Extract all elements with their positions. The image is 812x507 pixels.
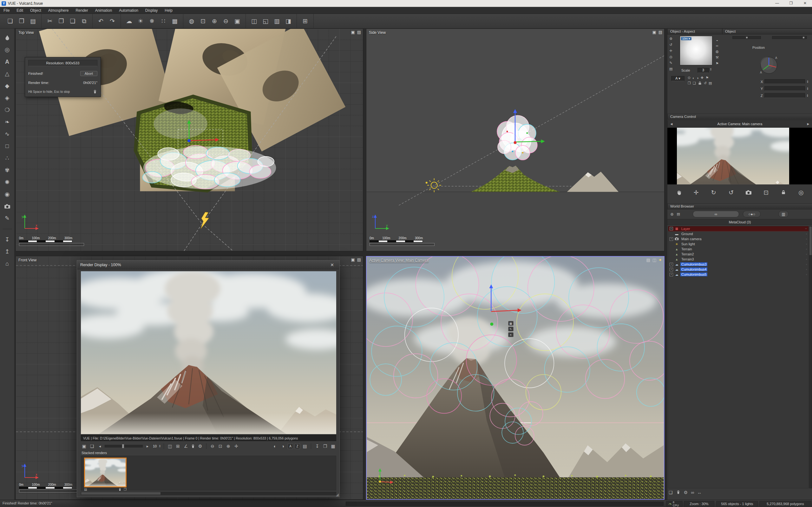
copy-icon[interactable]: ❐	[56, 16, 66, 26]
tonemap-icon[interactable]: ◐	[272, 443, 278, 449]
position-z-field[interactable]	[764, 93, 805, 98]
menu-object[interactable]: Object	[27, 7, 45, 14]
link-icon[interactable]: ∞	[716, 44, 718, 48]
save-render-icon[interactable]: ↧	[314, 443, 320, 449]
zoom-out-icon[interactable]: ⊖	[209, 443, 216, 449]
paste-icon[interactable]: ❑	[67, 16, 78, 26]
position-z-stepper[interactable]: ▲▼	[807, 94, 809, 97]
position-x-field[interactable]	[764, 79, 805, 84]
position-y-stepper[interactable]: ▲▼	[807, 87, 809, 90]
compare-slider[interactable]	[105, 445, 143, 447]
display-options-icon[interactable]: ▤	[647, 258, 650, 262]
display-mode-icon[interactable]: ▣	[81, 443, 87, 449]
row-lock-icon[interactable]: ▫	[806, 258, 807, 261]
material-editor-icon[interactable]: ∷	[158, 16, 168, 26]
cube-icon[interactable]: □	[2, 140, 13, 152]
row-lock-icon[interactable]: ▫	[806, 268, 807, 271]
view-options-icon[interactable]: ▤	[357, 30, 361, 35]
menu-help[interactable]: Help	[161, 7, 176, 14]
terrain-icon[interactable]: ◈	[2, 92, 13, 104]
maximize-view-icon[interactable]: ▣	[351, 257, 355, 262]
scrollbar-thumb[interactable]	[809, 227, 812, 255]
tree-item-ground[interactable]: ▬ Ground ▫	[668, 231, 809, 236]
cast-shadows-icon[interactable]: ◐	[693, 76, 695, 80]
menu-animation[interactable]: Animation	[92, 7, 115, 14]
zoom-in-icon[interactable]: ⊕	[209, 16, 219, 26]
row-lock-icon[interactable]: ▫	[806, 248, 807, 250]
options-icon[interactable]: ▤	[669, 67, 672, 71]
copy-render-icon[interactable]: ❐	[322, 443, 328, 449]
row-lock-icon[interactable]: ▫	[806, 273, 807, 276]
workspace-layout-icon[interactable]: ⊞	[300, 16, 310, 26]
pan-icon[interactable]: ✛	[233, 443, 240, 449]
links-tab[interactable]: ∞	[693, 211, 739, 217]
autofocus-icon[interactable]: ◎	[794, 187, 808, 198]
scrollbar-thumb[interactable]	[81, 492, 160, 495]
rotate-icon[interactable]: ↺	[670, 43, 672, 47]
snapshot-icon[interactable]	[742, 187, 755, 198]
animation-flag-icon[interactable]: ⚑	[705, 76, 709, 80]
menu-edit[interactable]: Edit	[13, 7, 27, 14]
shade-icon[interactable]: ◒	[716, 38, 718, 42]
tree-item-sun-light[interactable]: ☀ Sun light ▫	[668, 241, 809, 246]
library-tab-icon[interactable]: ▤	[677, 212, 680, 216]
print-render-icon[interactable]: ▦	[330, 443, 336, 449]
menu-file[interactable]: File	[0, 7, 13, 14]
prev-render-icon[interactable]: ◄	[97, 443, 103, 449]
render-settings-icon[interactable]: ⚙	[197, 443, 203, 449]
maximize-view-icon[interactable]: ▣	[351, 30, 355, 35]
dots-tab[interactable]: ○●○	[743, 211, 761, 217]
thumbnail-save-icon[interactable]: ▤	[84, 488, 87, 492]
thumbnail-delete-icon[interactable]	[118, 488, 122, 492]
copy-aspect-icon[interactable]: ❐	[688, 81, 691, 85]
render-icon[interactable]: ◫	[249, 16, 259, 26]
tree-item-terrain[interactable]: ▲ Terrain ▫	[668, 246, 809, 251]
next-camera-icon[interactable]: ►	[804, 122, 812, 126]
scale-stepper[interactable]: ▲▼	[710, 68, 712, 71]
new-scene-icon[interactable]: ❏	[5, 16, 15, 26]
maximize-button[interactable]: ❐	[784, 0, 798, 7]
frame-all-icon[interactable]: ⊡	[198, 16, 208, 26]
reflections-icon[interactable]: ❖	[701, 76, 704, 80]
rock-icon[interactable]: ◆	[2, 80, 13, 92]
columns-tab[interactable]: ▥	[778, 211, 789, 217]
fit-view-icon[interactable]: ▣	[232, 16, 242, 26]
move-icon[interactable]: ✛	[670, 49, 672, 53]
duplicate-icon[interactable]: ⧉	[79, 16, 89, 26]
alpha-channel-icon[interactable]: A	[288, 444, 293, 449]
render-area-icon[interactable]: ◱	[260, 16, 270, 26]
close-icon[interactable]: ✕	[328, 262, 336, 268]
library-icon[interactable]: ⌂	[2, 258, 13, 270]
blend-stepper[interactable]: ▲▼	[159, 445, 161, 448]
save-file-icon[interactable]: ▤	[28, 16, 38, 26]
expand-icon[interactable]: +	[670, 237, 673, 241]
tools-icon[interactable]: ⚒	[716, 55, 719, 60]
menu-render[interactable]: Render	[72, 7, 91, 14]
render-display-icon[interactable]: ▥	[272, 16, 282, 26]
menu-atmosphere[interactable]: Atmosphere	[45, 7, 72, 14]
layer-header-row[interactable]: − ▦ Layer ▫▫	[668, 226, 809, 231]
redo-icon[interactable]: ↷	[107, 16, 117, 26]
render-display-window[interactable]: Render Display - 100% ✕ VUE | File: D:\2…	[77, 260, 340, 497]
object-preview[interactable]: 10m ▾	[680, 36, 712, 65]
cut-icon[interactable]: ✂	[45, 16, 55, 26]
zoom-indicator[interactable]: Zoom : 30%	[684, 501, 714, 506]
stack-compare-icon[interactable]: ❏	[89, 443, 95, 449]
receive-shadows-icon[interactable]: ◑	[697, 76, 699, 80]
tree-scrollbar[interactable]	[809, 226, 812, 488]
value-scrubber-2[interactable]	[772, 36, 807, 39]
tree-item-cumulonimbus4[interactable]: + ☁ Cumulonimbus4 ▫	[668, 267, 809, 272]
undo-icon[interactable]: ↶	[96, 16, 106, 26]
render-display-titlebar[interactable]: Render Display - 100% ✕	[77, 261, 339, 269]
path-icon[interactable]: ∿	[2, 128, 13, 140]
orientation-trackball[interactable]: A A	[759, 55, 779, 75]
pan-camera-icon[interactable]	[672, 187, 686, 198]
layer-options-icon[interactable]: ▫▫	[805, 227, 807, 230]
minimize-button[interactable]: —	[770, 0, 784, 7]
thumbnail-copy-icon[interactable]: ❐	[124, 488, 126, 492]
target-icon[interactable]: ◎	[669, 55, 672, 59]
frame-scene-icon[interactable]: ⊡	[759, 187, 773, 198]
render-options-icon[interactable]: ◨	[283, 16, 293, 26]
zoom-in-icon[interactable]: ⊕	[225, 443, 232, 449]
delete-render-icon[interactable]	[191, 444, 195, 449]
